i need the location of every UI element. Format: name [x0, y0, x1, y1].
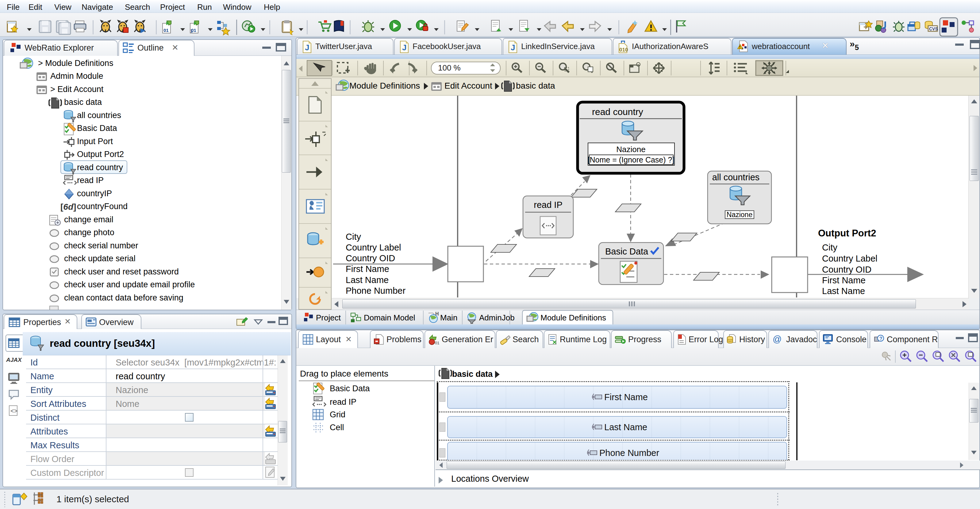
svg-text:Last Name: Last Name — [822, 286, 865, 296]
svg-text:Output Port2: Output Port2 — [818, 228, 876, 239]
svg-text:01: 01 — [435, 340, 439, 345]
svg-text:[Nome = (Ignore Case) ?]: [Nome = (Ignore Case) ?] — [588, 156, 675, 164]
svg-text:read IP: read IP — [534, 200, 563, 210]
svg-text:read country: read country — [592, 107, 643, 117]
svg-text:Country OID: Country OID — [822, 265, 872, 274]
svg-text:Basic Data: Basic Data — [605, 247, 648, 256]
svg-text:Last Name: Last Name — [346, 275, 389, 285]
svg-text:Phone Number: Phone Number — [346, 286, 406, 296]
svg-text:Nazione: Nazione — [616, 145, 645, 154]
svg-text:City: City — [822, 243, 837, 252]
svg-text:Nazione: Nazione — [727, 211, 752, 219]
svg-text:?: ? — [880, 336, 883, 341]
svg-text:Country Label: Country Label — [346, 243, 401, 252]
svg-text:First Name: First Name — [346, 264, 389, 274]
svg-text:First Name: First Name — [822, 275, 865, 285]
svg-text:Country Label: Country Label — [822, 254, 878, 263]
svg-text:all countries: all countries — [712, 172, 760, 182]
svg-text:Country OID: Country OID — [346, 253, 395, 263]
svg-text:City: City — [346, 232, 361, 242]
